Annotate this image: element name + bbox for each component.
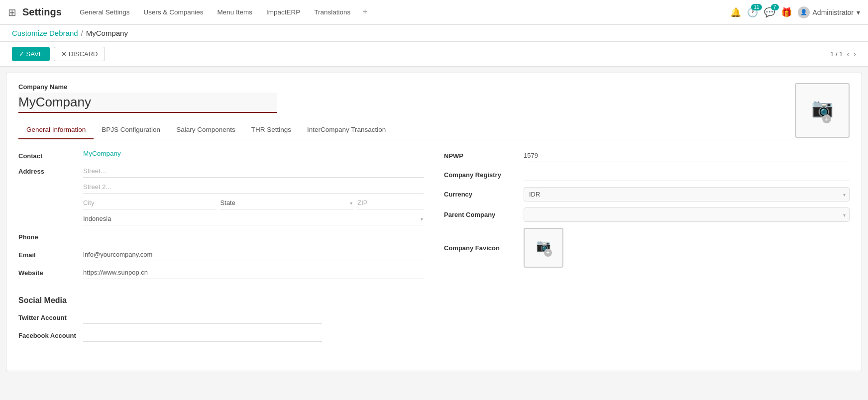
nav-users-companies[interactable]: Users & Companies [137, 5, 209, 19]
parent-company-label: Parent Company [444, 211, 524, 218]
brand-title: Settings [22, 6, 62, 18]
form-left: Contact MyCompany Address State [18, 149, 424, 284]
country-select[interactable]: Indonesia [83, 212, 424, 225]
breadcrumb-separator: / [81, 29, 83, 37]
chat-icon[interactable]: 💬 7 [764, 7, 775, 18]
user-dropdown-arrow: ▾ [857, 8, 860, 16]
grid-icon[interactable]: ⊞ [8, 6, 16, 18]
nav-add-button[interactable]: + [358, 4, 372, 20]
street-input[interactable] [83, 165, 424, 178]
currency-value: IDR USD ▾ [524, 187, 850, 201]
favicon-upload[interactable]: 📷 + [524, 228, 563, 268]
nav-menu: General Settings Users & Companies Menu … [74, 4, 730, 20]
npwp-label: NPWP [444, 152, 524, 160]
phone-value [83, 230, 424, 243]
currency-label: Currency [444, 191, 524, 198]
clock-icon[interactable]: 🕐 11 [747, 7, 758, 18]
tab-salary-components[interactable]: Salary Components [168, 121, 243, 139]
state-select-wrapper: State ▾ [220, 197, 354, 209]
contact-value: MyCompany [83, 149, 424, 157]
action-bar: ✓ SAVE ✕ DISCARD 1 / 1 ‹ › [0, 42, 868, 67]
camera-icon: 📷 [811, 98, 834, 118]
parent-select-wrapper: ▾ [524, 207, 850, 222]
website-value [83, 266, 424, 279]
street2-input[interactable] [83, 181, 424, 194]
npwp-value [524, 149, 850, 162]
contact-link[interactable]: MyCompany [83, 147, 121, 157]
currency-select[interactable]: IDR USD [524, 187, 850, 201]
favicon-plus-icon: + [544, 249, 552, 257]
zip-input[interactable] [357, 197, 424, 209]
user-name: Administrator [813, 8, 854, 16]
user-menu[interactable]: 👤 Administrator ▾ [798, 6, 860, 18]
parent-company-select[interactable] [524, 207, 850, 222]
website-label: Website [18, 266, 83, 277]
action-buttons: ✓ SAVE ✕ DISCARD [12, 47, 105, 61]
chat-badge: 7 [771, 4, 779, 10]
registry-input[interactable] [524, 168, 850, 181]
save-button[interactable]: ✓ SAVE [12, 47, 50, 61]
email-value [83, 248, 424, 261]
country-select-wrapper: Indonesia ▾ [83, 212, 424, 225]
twitter-value [83, 311, 850, 324]
email-input[interactable] [83, 248, 424, 261]
clock-badge: 11 [751, 4, 761, 10]
currency-select-wrapper: IDR USD ▾ [524, 187, 850, 201]
breadcrumb-link[interactable]: Customize Debrand [12, 29, 78, 37]
city-input[interactable] [83, 197, 217, 209]
twitter-label: Twitter Account [18, 311, 83, 321]
facebook-value [83, 329, 850, 342]
phone-label: Phone [18, 230, 83, 241]
discard-button[interactable]: ✕ DISCARD [54, 47, 105, 61]
tab-intercompany-transaction[interactable]: InterCompany Transaction [299, 121, 394, 139]
address-fields: State ▾ Indonesia ▾ [83, 165, 424, 225]
tab-general-information[interactable]: General Information [18, 121, 94, 139]
city-state-zip-row: State ▾ [83, 197, 424, 209]
social-media-title: Social Media [18, 296, 850, 305]
twitter-input[interactable] [83, 311, 322, 324]
phone-input[interactable] [83, 230, 424, 243]
nav-right: 🔔 🕐 11 💬 7 🎁 👤 Administrator ▾ [730, 6, 860, 18]
facebook-input[interactable] [83, 329, 322, 342]
email-label: Email [18, 248, 83, 259]
contact-label: Contact [18, 149, 83, 160]
pagination-label: 1 / 1 [830, 50, 843, 58]
nav-general-settings[interactable]: General Settings [74, 5, 136, 19]
parent-company-value: ▾ [524, 207, 850, 222]
twitter-row: Twitter Account [18, 311, 850, 324]
breadcrumb-current: MyCompany [86, 29, 128, 37]
state-select[interactable]: State [220, 197, 354, 209]
breadcrumb: Customize Debrand / MyCompany [0, 25, 868, 42]
email-row: Email [18, 248, 424, 261]
nav-translations[interactable]: Translations [308, 5, 356, 19]
main-content: Company Name 📷 + General Information BPJ… [6, 73, 862, 371]
phone-row: Phone [18, 230, 424, 243]
plus-icon: + [822, 114, 831, 123]
address-label: Address [18, 165, 83, 175]
facebook-label: Facebook Account [18, 329, 83, 339]
pagination: 1 / 1 ‹ › [830, 50, 856, 59]
tab-thr-settings[interactable]: THR Settings [243, 121, 299, 139]
nav-impacterp[interactable]: ImpactERP [260, 5, 306, 19]
form-right: NPWP Company Registry Currency IDR [444, 149, 850, 284]
company-name-section: Company Name [18, 83, 850, 121]
nav-menu-items[interactable]: Menu Items [212, 5, 259, 19]
activity-icon[interactable]: 🔔 [730, 7, 741, 18]
form-section: Contact MyCompany Address State [18, 149, 850, 284]
favicon-row: Company Favicon 📷 + [444, 228, 850, 268]
npwp-row: NPWP [444, 149, 850, 162]
website-row: Website [18, 266, 424, 279]
website-input[interactable] [83, 266, 424, 279]
tab-bpjs-configuration[interactable]: BPJS Configuration [94, 121, 168, 139]
parent-company-row: Parent Company ▾ [444, 207, 850, 222]
gift-icon[interactable]: 🎁 [781, 7, 792, 18]
company-logo-upload[interactable]: 📷 + [795, 83, 850, 138]
avatar: 👤 [798, 6, 810, 18]
npwp-input[interactable] [524, 149, 850, 162]
top-nav: ⊞ Settings General Settings Users & Comp… [0, 0, 868, 25]
tabs: General Information BPJS Configuration S… [18, 121, 850, 139]
next-page-button[interactable]: › [854, 50, 856, 59]
registry-value [524, 168, 850, 181]
prev-page-button[interactable]: ‹ [847, 50, 849, 59]
company-name-input[interactable] [18, 93, 277, 113]
